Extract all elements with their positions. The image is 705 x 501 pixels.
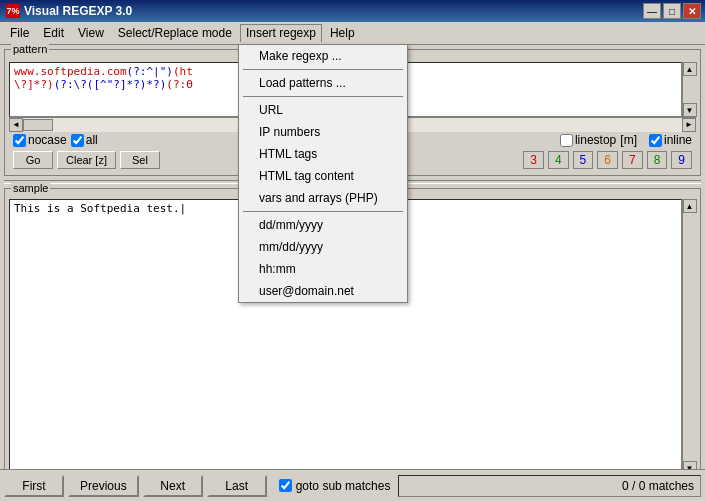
linestop-label: linestop <box>575 133 616 147</box>
insert-regexp-dropdown: Make regexp ... Load patterns ... URL IP… <box>238 44 408 303</box>
dropdown-ddmmyyyy[interactable]: dd/mm/yyyy <box>239 214 407 236</box>
dropdown-ip-numbers[interactable]: IP numbers <box>239 121 407 143</box>
next-button[interactable]: Next <box>143 475 203 497</box>
tab-8[interactable]: 8 <box>647 151 668 169</box>
dropdown-html-tag-content[interactable]: HTML tag content <box>239 165 407 187</box>
sample-vscroll-track <box>683 213 697 461</box>
dropdown-load-patterns[interactable]: Load patterns ... <box>239 72 407 94</box>
vscroll-up[interactable]: ▲ <box>683 62 697 76</box>
app-title: Visual REGEXP 3.0 <box>24 4 132 18</box>
menu-select-replace[interactable]: Select/Replace mode <box>112 24 238 42</box>
dropdown-sep-2 <box>243 96 403 97</box>
hscroll-right[interactable]: ► <box>682 118 696 132</box>
pattern-label: pattern <box>11 43 49 55</box>
minimize-button[interactable]: — <box>643 3 661 19</box>
title-bar: 7% Visual REGEXP 3.0 — □ ✕ <box>0 0 705 22</box>
tab-5[interactable]: 5 <box>573 151 594 169</box>
tab-9[interactable]: 9 <box>671 151 692 169</box>
dropdown-mmddyyyy[interactable]: mm/dd/yyyy <box>239 236 407 258</box>
app-icon: 7% <box>6 4 20 18</box>
inline-checkbox-label[interactable]: inline <box>649 133 692 147</box>
inline-label: inline <box>664 133 692 147</box>
goto-checkbox[interactable] <box>279 479 292 492</box>
dropdown-email[interactable]: user@domain.net <box>239 280 407 302</box>
pattern-vscrollbar[interactable]: ▲ ▼ <box>682 62 696 117</box>
all-checkbox-label[interactable]: all <box>71 133 98 147</box>
matches-box: 0 / 0 matches <box>398 475 701 497</box>
dropdown-make-regexp[interactable]: Make regexp ... <box>239 45 407 67</box>
sample-label: sample <box>11 182 50 194</box>
linestop-checkbox-label[interactable]: linestop [m] <box>560 133 637 147</box>
nocase-label: nocase <box>28 133 67 147</box>
pattern-text-red-1: www.softpedia.com <box>14 65 127 78</box>
dropdown-html-tags[interactable]: HTML tags <box>239 143 407 165</box>
menu-view[interactable]: View <box>72 24 110 42</box>
goto-label: goto sub matches <box>296 479 391 493</box>
title-bar-controls: — □ ✕ <box>643 3 701 19</box>
go-button[interactable]: Go <box>13 151 53 169</box>
pattern-text-red-3: \?]*?) <box>14 78 54 91</box>
tab-4[interactable]: 4 <box>548 151 569 169</box>
last-button[interactable]: Last <box>207 475 267 497</box>
hscroll-thumb <box>23 119 53 131</box>
first-button[interactable]: First <box>4 475 64 497</box>
nocase-checkbox[interactable] <box>13 134 26 147</box>
sample-vscrollbar[interactable]: ▲ ▼ <box>682 199 696 475</box>
dropdown-hhmm[interactable]: hh:mm <box>239 258 407 280</box>
vscroll-down[interactable]: ▼ <box>683 103 697 117</box>
tab-6[interactable]: 6 <box>597 151 618 169</box>
tab-7[interactable]: 7 <box>622 151 643 169</box>
menu-help[interactable]: Help <box>324 24 361 42</box>
sample-vscroll-up[interactable]: ▲ <box>683 199 697 213</box>
linestop-suffix: [m] <box>620 133 637 147</box>
previous-button[interactable]: Previous <box>68 475 139 497</box>
status-bar: First Previous Next Last goto sub matche… <box>0 469 705 501</box>
menu-bar: File Edit View Select/Replace mode Inser… <box>0 22 705 45</box>
goto-label-container: goto sub matches <box>279 479 391 493</box>
dropdown-vars-arrays[interactable]: vars and arrays (PHP) <box>239 187 407 209</box>
tab-3[interactable]: 3 <box>523 151 544 169</box>
dropdown-sep-1 <box>243 69 403 70</box>
menu-insert-regexp[interactable]: Insert regexp <box>240 24 322 42</box>
clear-button[interactable]: Clear [z] <box>57 151 116 169</box>
pattern-text-red-2: (ht <box>173 65 193 78</box>
all-label: all <box>86 133 98 147</box>
close-button[interactable]: ✕ <box>683 3 701 19</box>
pattern-text-blue-1: (?:^|") <box>127 65 173 78</box>
all-checkbox[interactable] <box>71 134 84 147</box>
dropdown-url[interactable]: URL <box>239 99 407 121</box>
pattern-text-blue-2: (?:\?([^"?]*?)*?) <box>54 78 167 91</box>
nocase-checkbox-label[interactable]: nocase <box>13 133 67 147</box>
menu-edit[interactable]: Edit <box>37 24 70 42</box>
pattern-text-red-4: (?:Θ <box>166 78 193 91</box>
linestop-checkbox[interactable] <box>560 134 573 147</box>
sel-button[interactable]: Sel <box>120 151 160 169</box>
maximize-button[interactable]: □ <box>663 3 681 19</box>
vscroll-track <box>683 76 697 103</box>
inline-checkbox[interactable] <box>649 134 662 147</box>
hscroll-left[interactable]: ◄ <box>9 118 23 132</box>
dropdown-sep-3 <box>243 211 403 212</box>
matches-text: 0 / 0 matches <box>622 479 694 493</box>
title-bar-left: 7% Visual REGEXP 3.0 <box>6 4 132 18</box>
menu-file[interactable]: File <box>4 24 35 42</box>
